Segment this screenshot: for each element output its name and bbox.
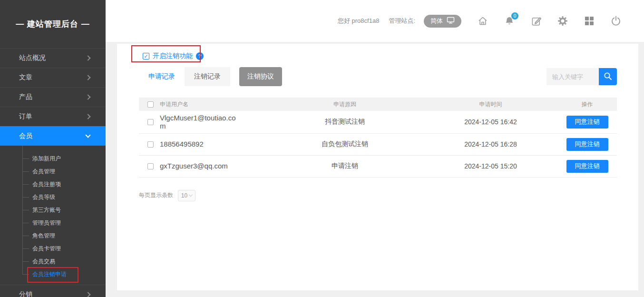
user-greeting: 您好 pro8cf1a8 [338, 17, 379, 25]
sidebar: — 建站管理后台 — 站点概况 文章 产品 订单 会员 添加新用户 会员管理 会… [0, 0, 106, 297]
cell-time: 2024-12-05 15:20 [424, 162, 557, 170]
pagination: 每页显示条数 10 [139, 190, 617, 201]
chevron-right-icon [85, 55, 90, 60]
header-action: 操作 [557, 100, 617, 109]
notification-badge: 0 [511, 12, 518, 20]
applications-table: 申请用户名 申请原因 申请时间 操作 VlgcMuser1@toutiao.co… [139, 98, 617, 178]
page-size-label: 每页显示条数 [139, 191, 173, 199]
topbar: 您好 pro8cf1a8 管理站点: 简体 0 [106, 0, 644, 42]
tab-cancellation-records[interactable]: 注销记录 [185, 67, 230, 86]
sidebar-item-label: 分销 [19, 290, 32, 297]
header-reason: 申请原因 [266, 100, 424, 109]
cancellation-agreement-button[interactable]: 注销协议 [239, 67, 282, 86]
search-group [546, 68, 617, 85]
chevron-right-icon [85, 292, 90, 297]
page-size-value: 10 [181, 192, 187, 199]
power-logout-icon[interactable] [610, 15, 622, 27]
table-row: 18856495892 自负包测试注销 2024-12-05 16:28 同意注… [139, 134, 617, 156]
select-all-checkbox[interactable] [147, 101, 154, 108]
main-content-card: ✓ 开启注销功能 ? 申请记录 注销记录 注销协议 申请用户名 申请原因 申 [117, 44, 638, 290]
table-row: VlgcMuser1@toutiao.com 抖音测试注销 2024-12-05… [139, 111, 617, 134]
agree-cancellation-button[interactable]: 同意注销 [566, 138, 608, 151]
cell-username: 18856495892 [160, 137, 238, 151]
app-title: — 建站管理后台 — [0, 0, 106, 48]
chevron-right-icon [85, 114, 90, 119]
enable-cancellation-label: 开启注销功能 [153, 52, 193, 60]
language-site-button[interactable]: 简体 [424, 15, 461, 28]
table-header-row: 申请用户名 申请原因 申请时间 操作 [139, 98, 617, 111]
search-button[interactable] [599, 68, 617, 85]
submenu-item-third-party-accounts[interactable]: 第三方账号 [0, 204, 106, 217]
search-input[interactable] [546, 68, 599, 85]
sidebar-item-label: 站点概况 [19, 54, 46, 62]
settings-gear-icon[interactable] [556, 15, 569, 27]
header-time: 申请时间 [424, 100, 557, 109]
chevron-down-icon [85, 132, 90, 138]
help-icon[interactable]: ? [196, 52, 204, 60]
header-username: 申请用户名 [160, 100, 266, 109]
cell-username: gxTzguser3@qq.com [160, 159, 238, 173]
sidebar-item-products[interactable]: 产品 [0, 87, 106, 107]
sidebar-item-label: 订单 [19, 112, 32, 121]
chevron-right-icon [85, 75, 90, 80]
submenu-item-admin-management[interactable]: 管理员管理 [0, 217, 106, 229]
monitor-icon [447, 17, 455, 25]
submenu-item-role-management[interactable]: 角色管理 [0, 229, 106, 242]
language-label: 简体 [430, 17, 443, 25]
sidebar-item-label: 文章 [19, 73, 32, 82]
row-checkbox[interactable] [147, 163, 154, 169]
sidebar-item-distribution[interactable]: 分销 [0, 285, 106, 297]
sidebar-item-members[interactable]: 会员 [0, 126, 106, 146]
chevron-down-icon [189, 193, 193, 197]
tab-application-records[interactable]: 申请记录 [139, 67, 185, 86]
search-icon [603, 71, 613, 82]
submenu-item-registration-fields[interactable]: 会员注册项 [0, 178, 106, 191]
submenu-item-member-levels[interactable]: 会员等级 [0, 191, 106, 204]
agree-cancellation-button[interactable]: 同意注销 [566, 160, 608, 173]
sidebar-item-label: 产品 [19, 93, 32, 101]
row-checkbox[interactable] [147, 141, 154, 148]
manage-site-label: 管理站点: [389, 17, 415, 25]
agree-cancellation-button[interactable]: 同意注销 [566, 116, 608, 129]
submenu-item-member-cancellation[interactable]: 会员注销申请 [0, 268, 106, 281]
home-icon[interactable] [477, 15, 489, 27]
cell-time: 2024-12-05 16:42 [424, 118, 557, 126]
sidebar-item-orders[interactable]: 订单 [0, 107, 106, 126]
submenu-item-add-user[interactable]: 添加新用户 [0, 152, 106, 165]
cell-reason: 申请注销 [266, 162, 424, 170]
sidebar-item-articles[interactable]: 文章 [0, 68, 106, 87]
row-checkbox[interactable] [147, 119, 154, 125]
members-submenu: 添加新用户 会员管理 会员注册项 会员等级 第三方账号 管理员管理 角色管理 会… [0, 146, 106, 285]
apps-grid-icon[interactable] [583, 15, 595, 27]
submenu-item-member-transactions[interactable]: 会员交易 [0, 255, 106, 268]
cell-reason: 抖音测试注销 [266, 118, 424, 126]
table-row: gxTzguser3@qq.com 申请注销 2024-12-05 15:20 … [139, 156, 617, 178]
cell-reason: 自负包测试注销 [266, 140, 424, 148]
tabs-row: 申请记录 注销记录 注销协议 [139, 67, 617, 86]
chevron-right-icon [85, 94, 90, 99]
edit-icon[interactable] [530, 15, 542, 27]
sidebar-item-label: 会员 [19, 132, 32, 140]
notifications-bell-icon[interactable]: 0 [503, 15, 516, 27]
cancellation-toggle-row: ✓ 开启注销功能 ? [143, 50, 617, 62]
sidebar-item-site-overview[interactable]: 站点概况 [0, 48, 106, 68]
page-size-select[interactable]: 10 [178, 190, 195, 201]
cell-time: 2024-12-05 16:28 [424, 140, 557, 148]
enable-cancellation-checkbox[interactable]: ✓ [143, 53, 149, 59]
submenu-item-member-management[interactable]: 会员管理 [0, 165, 106, 178]
submenu-item-member-cards[interactable]: 会员卡管理 [0, 242, 106, 255]
cell-username: VlgcMuser1@toutiao.com [160, 111, 238, 133]
